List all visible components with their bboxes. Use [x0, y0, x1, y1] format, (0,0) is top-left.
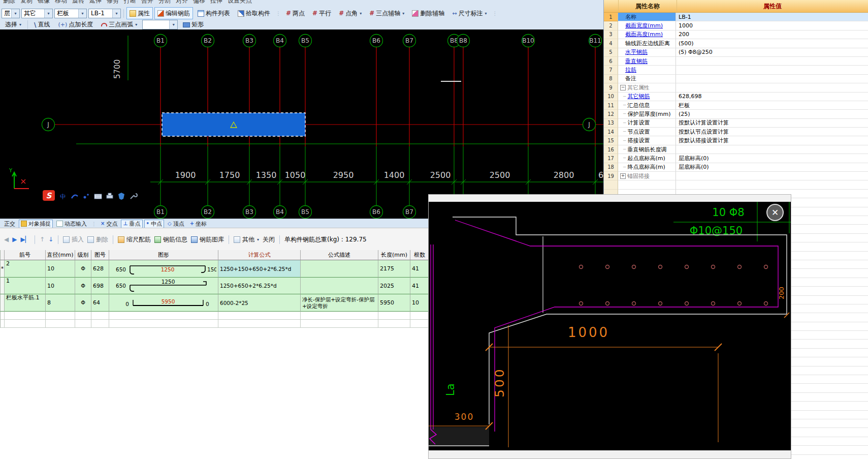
cell-grade-symbol[interactable]: Φ: [75, 260, 91, 278]
cad-canvas[interactable]: B1B2B3B4B5B6B7B8B8B10B11B1B2B3B4B5B6B7JJ…: [0, 29, 603, 219]
snap-toggle-正交[interactable]: 正交: [2, 220, 17, 228]
rebar-button-关闭[interactable]: 关闭: [263, 235, 275, 244]
chevron-down-icon[interactable]: ▾: [19, 22, 21, 27]
cell-formula-desc[interactable]: 净长-保护层+设定弯折-保护层+设定弯折: [301, 294, 378, 312]
cell-figure-no[interactable]: 628: [91, 260, 109, 278]
property-name-link[interactable]: 拉筋: [625, 66, 636, 74]
snap-toggle-对象捕捉[interactable]: 对象捕捉: [19, 220, 53, 228]
button-属性[interactable]: 属性: [126, 7, 153, 19]
property-value[interactable]: (25): [676, 110, 868, 118]
edit-tool-3[interactable]: 移动: [55, 0, 67, 3]
draw-tool-点加长度[interactable]: (+)点加长度: [55, 19, 96, 31]
edit-tool-9[interactable]: 分割: [158, 0, 171, 3]
chevron-down-icon[interactable]: ▾: [169, 20, 177, 29]
cell-formula[interactable]: 6000-2*25: [218, 294, 301, 312]
axis-tool-平行[interactable]: #平行: [309, 7, 334, 19]
cell-rebar-no[interactable]: 栏板水平筋.1: [5, 294, 46, 312]
property-name-link[interactable]: 截面宽度(mm): [625, 22, 663, 29]
nav-last-button[interactable]: ▶▏: [20, 236, 29, 243]
draw-tool-三点画弧[interactable]: 三点画弧▾: [98, 19, 140, 31]
edit-tool-6[interactable]: 修剪: [107, 0, 119, 3]
cell-quantity[interactable]: 10: [410, 294, 429, 312]
cell-shape-diagram[interactable]: 059500: [109, 294, 218, 312]
edit-tool-12[interactable]: 拉伸: [210, 0, 222, 3]
rebar-button-钢筋图库[interactable]: 钢筋图库: [191, 235, 224, 244]
axis-tool-两点[interactable]: #两点: [283, 7, 308, 19]
nav-next-button[interactable]: ▶: [12, 236, 17, 243]
cell-length[interactable]: 5950: [378, 294, 410, 312]
element-name-combo[interactable]: LB-1▾: [88, 9, 121, 18]
floor-combo[interactable]: 层▾: [2, 9, 20, 18]
edit-tool-2[interactable]: 镜像: [38, 0, 50, 3]
property-value[interactable]: (5) Φ8@250: [676, 48, 868, 57]
close-icon[interactable]: ✕: [766, 204, 784, 221]
snap-toggle-动态输入[interactable]: 动态输入: [54, 220, 89, 228]
property-value[interactable]: [676, 172, 868, 180]
select-tool-button[interactable]: 选择▾: [2, 19, 24, 31]
chevron-down-icon[interactable]: ▾: [485, 11, 487, 16]
axis-tool-删除辅轴[interactable]: 删除辅轴: [409, 7, 447, 19]
property-name-link[interactable]: 水平钢筋: [625, 48, 648, 56]
edit-tool-4[interactable]: 旋转: [72, 0, 84, 3]
cell-grade-symbol[interactable]: Φ: [75, 278, 91, 294]
edit-tool-13[interactable]: 设置夹点: [228, 0, 252, 3]
edit-tool-10[interactable]: 对齐: [176, 0, 188, 3]
cell-shape-diagram[interactable]: 6501250: [109, 278, 218, 294]
cell-formula[interactable]: 1250+150+650+2*6.25*d: [218, 260, 301, 278]
button-编辑钢筋[interactable]: 编辑钢筋: [154, 7, 193, 19]
snap-toggle-交点[interactable]: ×交点: [99, 220, 119, 228]
cell-diameter[interactable]: 10: [46, 260, 75, 278]
property-value[interactable]: 按默认节点设置计算: [676, 128, 868, 136]
snap-toggle-中点[interactable]: •中点: [144, 220, 164, 228]
chevron-down-icon[interactable]: ▾: [135, 22, 137, 27]
cell-formula-desc[interactable]: [301, 278, 378, 294]
cell-formula[interactable]: 1250+650+2*6.25*d: [218, 278, 301, 294]
edit-tool-1[interactable]: 复制: [20, 0, 33, 3]
property-value[interactable]: 栏板: [676, 101, 868, 110]
axis-tool-三点辅轴[interactable]: #三点辅轴▾: [366, 7, 407, 19]
cell-formula-desc[interactable]: [301, 260, 378, 278]
chevron-down-icon[interactable]: ▾: [257, 237, 259, 242]
snap-toggle-垂点[interactable]: ⊥垂点: [121, 220, 142, 228]
chevron-down-icon[interactable]: ▾: [360, 11, 362, 16]
nav-up-button[interactable]: ↑: [40, 236, 45, 243]
property-value[interactable]: [676, 145, 868, 154]
property-name-link[interactable]: 其它钢筋: [627, 93, 650, 100]
cell-figure-no[interactable]: 698: [91, 278, 109, 294]
chevron-down-icon[interactable]: ▾: [11, 9, 19, 18]
cell-rebar-no[interactable]: 2: [5, 260, 46, 278]
chevron-down-icon[interactable]: ▾: [44, 9, 52, 18]
chevron-down-icon[interactable]: ▾: [402, 11, 404, 16]
button-拾取构件[interactable]: 拾取构件: [235, 7, 273, 19]
property-value[interactable]: 200: [676, 30, 868, 39]
category-combo[interactable]: 其它▾: [21, 9, 53, 18]
property-value[interactable]: [676, 75, 868, 83]
nav-down-button[interactable]: ↓: [48, 236, 53, 243]
axis-tool-尺寸标注[interactable]: ↔尺寸标注▾: [449, 7, 490, 19]
cell-grade-symbol[interactable]: Φ: [75, 294, 91, 312]
collapse-icon[interactable]: −: [620, 85, 626, 90]
property-value[interactable]: [676, 83, 868, 92]
button-构件列表[interactable]: 构件列表: [195, 7, 233, 19]
property-value[interactable]: LB-1: [676, 13, 868, 21]
property-value[interactable]: 628,698: [676, 93, 868, 101]
draw-tool-直线[interactable]: \直线: [31, 19, 53, 31]
cell-quantity[interactable]: 41: [410, 278, 429, 294]
rebar-button-删除[interactable]: 删除: [87, 235, 108, 244]
cell-figure-no[interactable]: 64: [91, 294, 109, 312]
property-value[interactable]: 按默认搭接设置计算: [676, 136, 868, 145]
axis-tool-点角[interactable]: #点角▾: [336, 7, 365, 19]
rebar-button-缩尺配筋[interactable]: 缩尺配筋: [118, 235, 151, 244]
property-value[interactable]: 层底标高(0): [676, 163, 868, 172]
property-value[interactable]: [676, 57, 868, 66]
snap-toggle-顶点[interactable]: ◇顶点: [166, 220, 186, 228]
cell-diameter[interactable]: 8: [46, 294, 75, 312]
edit-tool-5[interactable]: 延伸: [89, 0, 102, 3]
property-name-link[interactable]: 截面高度(mm): [625, 30, 663, 38]
nav-prev-button[interactable]: ◀: [4, 236, 9, 243]
cell-diameter[interactable]: 10: [46, 278, 75, 294]
cell-length[interactable]: 2175: [378, 260, 410, 278]
cell-shape-diagram[interactable]: 6501250150: [109, 260, 218, 278]
rebar-button-插入[interactable]: 插入: [63, 235, 84, 244]
property-value[interactable]: 按默认计算设置计算: [676, 119, 868, 128]
